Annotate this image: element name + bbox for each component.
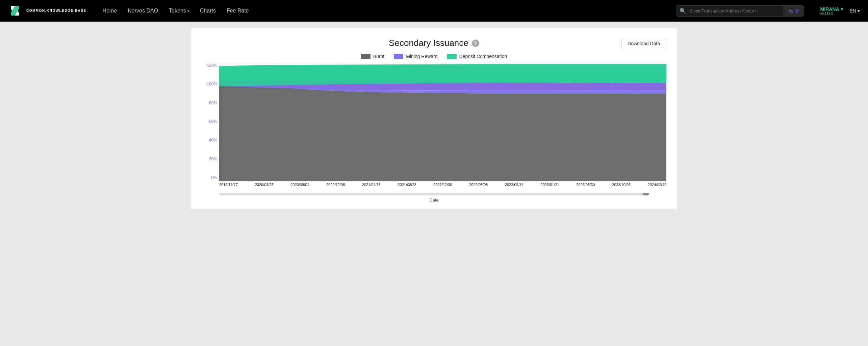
tokens-chevron-icon: ▾ xyxy=(187,9,189,13)
y-label-100: 100% xyxy=(202,82,219,86)
y-label-80: 80% xyxy=(202,101,219,105)
chart-container: 0% 20% 40% 60% 80% 100% 120% xyxy=(202,63,666,191)
search-bar: 🔍 by ID xyxy=(676,5,804,17)
deposit-compensation-swatch xyxy=(447,54,457,59)
download-data-button[interactable]: Download Data xyxy=(621,38,666,49)
by-id-button[interactable]: by ID xyxy=(784,6,803,16)
x-label-2: 2020/08/01 xyxy=(290,183,309,187)
nav-tokens[interactable]: Tokens ▾ xyxy=(169,8,189,14)
main-content: Secondary Issuance ? Download Data Burnt… xyxy=(0,22,868,216)
y-label-20: 20% xyxy=(202,157,219,161)
mirana-version: v0.115.0 xyxy=(820,12,833,16)
legend-deposit-compensation: Deposit Compensation xyxy=(447,54,507,59)
legend-burnt: Burnt xyxy=(361,54,384,59)
burnt-swatch xyxy=(361,54,371,59)
x-label-9: 2023/01/21 xyxy=(541,183,559,187)
y-label-40: 40% xyxy=(202,138,219,142)
logo[interactable]: COMMON,KNOWLEDGE,BASE xyxy=(8,3,86,18)
x-label-10: 2023/05/30 xyxy=(576,183,595,187)
x-axis: 2019/11/17 2020/03/25 2020/08/01 2020/12… xyxy=(219,181,666,191)
y-label-60: 60% xyxy=(202,119,219,124)
x-label-11: 2023/10/06 xyxy=(612,183,631,187)
language-button[interactable]: EN ▾ xyxy=(850,8,860,14)
chart-title: Secondary Issuance ? xyxy=(389,38,479,48)
help-icon[interactable]: ? xyxy=(472,39,479,47)
x-label-0: 2019/11/17 xyxy=(219,183,238,187)
x-label-5: 2021/08/23 xyxy=(398,183,416,187)
nav-charts[interactable]: Charts xyxy=(200,8,216,14)
search-icon: 🔍 xyxy=(676,8,690,14)
logo-text: COMMON,KNOWLEDGE,BASE xyxy=(26,8,86,13)
chart-scrollbar[interactable] xyxy=(219,193,649,195)
nav-home[interactable]: Home xyxy=(103,8,117,14)
mirana-button[interactable]: MIRANA ▾ v0.115.0 xyxy=(820,6,843,16)
x-label-7: 2022/05/08 xyxy=(469,183,488,187)
y-label-0: 0% xyxy=(202,175,219,180)
legend-mining-reward: Mining Reward xyxy=(394,54,437,59)
y-label-120: 120% xyxy=(202,63,219,68)
en-chevron-icon: ▾ xyxy=(858,8,860,14)
x-label-1: 2020/03/25 xyxy=(255,183,274,187)
x-label-4: 2021/04/16 xyxy=(362,183,381,187)
x-axis-title: Date xyxy=(202,197,666,203)
mining-reward-swatch xyxy=(394,54,403,59)
nav-fee-rate[interactable]: Fee Rate xyxy=(227,8,249,14)
x-label-8: 2022/09/14 xyxy=(505,183,524,187)
x-label-6: 2021/12/30 xyxy=(433,183,452,187)
nav-right: MIRANA ▾ v0.115.0 EN ▾ xyxy=(820,6,860,16)
mirana-chevron-icon: ▾ xyxy=(841,6,843,12)
chart-card: Secondary Issuance ? Download Data Burnt… xyxy=(191,28,677,209)
search-input[interactable] xyxy=(690,6,784,16)
scrollbar-thumb[interactable] xyxy=(643,193,649,195)
chart-legend: Burnt Mining Reward Deposit Compensation xyxy=(202,54,666,59)
x-label-3: 2020/12/08 xyxy=(326,183,345,187)
chart-header: Secondary Issuance ? Download Data xyxy=(202,38,666,48)
nav-nervos-dao[interactable]: Nervos DAO xyxy=(128,8,158,14)
x-label-12: 2024/02/12 xyxy=(648,183,666,187)
y-axis: 0% 20% 40% 60% 80% 100% 120% xyxy=(202,63,219,181)
chart-plot xyxy=(219,63,666,181)
